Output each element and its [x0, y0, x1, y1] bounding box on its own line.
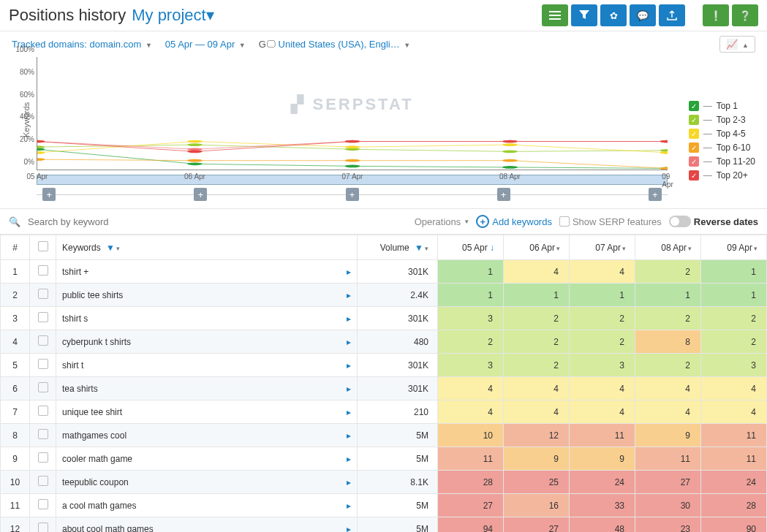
expand-icon[interactable]: ▸: [347, 407, 351, 417]
legend-item[interactable]: ✓—Top 2-3: [689, 115, 755, 125]
expand-icon[interactable]: ▸: [347, 430, 351, 441]
reverse-dates-toggle[interactable]: Reverse dates: [669, 216, 758, 227]
region-dropdown[interactable]: G🖵 United States (USA), Engli… ▼: [259, 39, 410, 50]
col-date-4[interactable]: 09 Apr▾: [701, 235, 767, 260]
expand-icon[interactable]: ▸: [347, 267, 351, 277]
chevron-down-icon: ▼: [239, 42, 246, 49]
keyword-cell[interactable]: shirt t▸: [56, 354, 358, 377]
expand-icon[interactable]: ▸: [347, 360, 351, 370]
timeline-marker[interactable]: +: [42, 188, 56, 201]
position-cell: 30: [635, 494, 701, 517]
svg-point-9: [187, 143, 203, 146]
chart-type-button[interactable]: 📈 ▲: [719, 36, 755, 53]
svg-point-5: [345, 165, 360, 168]
row-checkbox[interactable]: [30, 377, 56, 400]
row-checkbox[interactable]: [30, 471, 56, 494]
expand-icon[interactable]: ▸: [347, 290, 351, 300]
legend-item[interactable]: ✓—Top 4-5: [689, 129, 755, 139]
keyword-cell[interactable]: teepublic coupon▸: [56, 471, 358, 494]
row-checkbox[interactable]: [30, 354, 56, 377]
position-cell: 11: [701, 424, 767, 447]
chevron-down-icon: ▾: [206, 6, 214, 24]
row-checkbox[interactable]: [30, 284, 56, 307]
list-view-button[interactable]: [542, 4, 568, 26]
row-index: 6: [1, 377, 30, 400]
col-checkbox[interactable]: [30, 235, 56, 260]
search-input[interactable]: [28, 216, 174, 227]
position-cell: 3: [438, 307, 504, 330]
operations-dropdown[interactable]: Operations▾: [415, 216, 469, 227]
check-icon: ✓: [689, 142, 699, 153]
expand-icon[interactable]: ▸: [347, 524, 351, 533]
settings-button[interactable]: ✿: [600, 4, 627, 26]
position-cell: 12: [504, 424, 570, 447]
keyword-cell[interactable]: cyberpunk t shirts▸: [56, 330, 358, 354]
keyword-cell[interactable]: mathgames cool▸: [56, 424, 358, 447]
keyword-cell[interactable]: tshirt +▸: [56, 260, 358, 284]
legend-item[interactable]: ✓—Top 6-10: [689, 142, 755, 153]
position-cell: 11: [635, 447, 701, 471]
keyword-cell[interactable]: cooler math game▸: [56, 447, 358, 471]
col-volume[interactable]: Volume ▼▾: [358, 235, 438, 260]
plus-circle-icon: +: [476, 215, 489, 228]
check-icon: ✓: [689, 115, 699, 125]
row-index: 11: [1, 494, 30, 517]
check-icon: ✓: [689, 101, 699, 111]
col-date-3[interactable]: 08 Apr▾: [635, 235, 701, 260]
help-button[interactable]: ❔: [732, 4, 758, 26]
expand-icon[interactable]: ▸: [347, 454, 351, 464]
row-checkbox[interactable]: [30, 424, 56, 447]
legend-item[interactable]: ✓—Top 20+: [689, 170, 755, 180]
expand-icon[interactable]: ▸: [347, 384, 351, 394]
alert-button[interactable]: ❕: [703, 4, 729, 26]
position-cell: 4: [635, 377, 701, 400]
export-button[interactable]: [659, 4, 685, 26]
position-cell: 1: [570, 284, 635, 307]
position-cell: 27: [635, 471, 701, 494]
keyword-cell[interactable]: tshirt s▸: [56, 307, 358, 330]
position-cell: 4: [701, 377, 767, 400]
position-cell: 10: [438, 424, 504, 447]
add-keywords-button[interactable]: +Add keywords: [476, 215, 552, 228]
col-date-0[interactable]: 05 Apr ↓: [438, 235, 504, 260]
row-checkbox[interactable]: [30, 447, 56, 471]
timeline-marker[interactable]: +: [497, 188, 510, 201]
timeline-marker[interactable]: +: [649, 188, 662, 201]
timeline-marker[interactable]: +: [194, 188, 207, 201]
position-cell: 2: [438, 330, 504, 354]
filter-button[interactable]: [571, 4, 597, 26]
row-checkbox[interactable]: [30, 494, 56, 517]
col-keywords[interactable]: Keywords ▼▾: [56, 235, 358, 260]
col-date-2[interactable]: 07 Apr▾: [570, 235, 635, 260]
position-cell: 2: [504, 354, 570, 377]
keyword-cell[interactable]: public tee shirts▸: [56, 284, 358, 307]
date-range-dropdown[interactable]: 05 Apr — 09 Apr ▼: [165, 39, 246, 50]
row-checkbox[interactable]: [30, 330, 56, 354]
row-index: 5: [1, 354, 30, 377]
row-checkbox[interactable]: [30, 260, 56, 284]
row-checkbox[interactable]: [30, 400, 56, 424]
col-date-1[interactable]: 06 Apr▾: [504, 235, 570, 260]
keyword-cell[interactable]: unique tee shirt▸: [56, 400, 358, 424]
expand-icon[interactable]: ▸: [347, 314, 351, 324]
chart-area: Keywords ▞ SERPSTAT 0%20%40%60%80%100%05…: [0, 57, 767, 209]
timeline-marker[interactable]: +: [346, 188, 359, 201]
row-checkbox[interactable]: [30, 307, 56, 330]
expand-icon[interactable]: ▸: [347, 501, 351, 511]
col-index[interactable]: #: [1, 235, 30, 260]
project-dropdown[interactable]: My project▾: [132, 6, 214, 25]
legend-item[interactable]: ✓—Top 1: [689, 101, 755, 111]
legend-item[interactable]: ✓—Top 11-20: [689, 156, 755, 167]
table-row: 9 cooler math game▸ 5M11991111: [1, 447, 767, 471]
keyword-cell[interactable]: a cool math games▸: [56, 494, 358, 517]
show-serp-toggle[interactable]: Show SERP features: [559, 216, 662, 227]
expand-icon[interactable]: ▸: [347, 477, 351, 487]
keyword-cell[interactable]: about cool math games▸: [56, 517, 358, 533]
expand-icon[interactable]: ▸: [347, 337, 351, 347]
keyword-cell[interactable]: tea shirts▸: [56, 377, 358, 400]
comment-button[interactable]: 💬: [630, 4, 656, 26]
volume-cell: 5M: [358, 424, 438, 447]
position-cell: 1: [504, 284, 570, 307]
table-row: 4 cyberpunk t shirts▸ 48022282: [1, 330, 767, 354]
row-checkbox[interactable]: [30, 517, 56, 533]
